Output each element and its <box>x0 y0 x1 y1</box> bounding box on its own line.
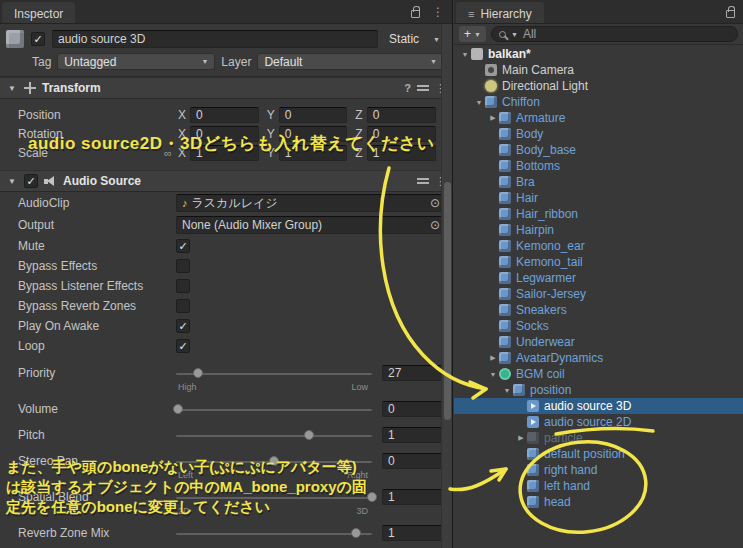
hierarchy-item-body[interactable]: Body <box>454 126 743 142</box>
hierarchy-item-body-base[interactable]: Body_base <box>454 142 743 158</box>
transform-header[interactable]: ▼ Transform ? ⋮ <box>0 77 452 99</box>
slider-value-priority[interactable]: 27 <box>382 365 444 381</box>
static-dropdown[interactable]: Static ▼ <box>385 32 444 46</box>
inspector-scrollbar[interactable] <box>441 24 452 548</box>
slider-thumb[interactable] <box>269 456 279 466</box>
checkbox-bypass-reverb-zones[interactable] <box>176 299 190 313</box>
hierarchy-item-right-hand[interactable]: right hand <box>454 462 743 478</box>
transform-position-z-field[interactable]: 0 <box>367 107 436 123</box>
layer-dropdown[interactable]: Default ▼ <box>257 53 444 70</box>
hierarchy-item-armature[interactable]: ▶Armature <box>454 110 743 126</box>
hierarchy-item-chiffon[interactable]: ▼Chiffon <box>454 94 743 110</box>
hierarchy-item-main-camera[interactable]: Main Camera <box>454 62 743 78</box>
scrollbar-thumb[interactable] <box>444 182 451 420</box>
hierarchy-item-balkan[interactable]: ▼balkan* <box>454 46 743 62</box>
slider-priority[interactable] <box>176 365 372 381</box>
hierarchy-item-hair[interactable]: Hair <box>454 190 743 206</box>
kebab-menu-icon[interactable]: ⋮ <box>432 6 444 18</box>
hierarchy-item-bottoms[interactable]: Bottoms <box>454 158 743 174</box>
slider-thumb[interactable] <box>367 492 377 502</box>
lock-icon[interactable] <box>726 10 735 18</box>
hierarchy-item-bgm-coil[interactable]: ▼BGM coil <box>454 366 743 382</box>
slider-spatial-blend[interactable] <box>176 489 372 505</box>
slider-thumb[interactable] <box>304 430 314 440</box>
hierarchy-item-audio-source-2d[interactable]: audio source 2D <box>454 414 743 430</box>
presets-icon[interactable] <box>417 176 429 186</box>
transform-scale-x-field[interactable]: 1 <box>190 145 259 161</box>
hierarchy-item-kemono-ear[interactable]: Kemono_ear <box>454 238 743 254</box>
slider-thumb[interactable] <box>173 404 183 414</box>
hierarchy-item-hair-ribbon[interactable]: Hair_ribbon <box>454 206 743 222</box>
hierarchy-item-left-hand[interactable]: left hand <box>454 478 743 494</box>
transform-scale-z-field[interactable]: 1 <box>367 145 436 161</box>
hierarchy-item-head[interactable]: head <box>454 494 743 510</box>
add-object-button[interactable]: + ▼ <box>459 26 486 42</box>
slider-value-reverb-zone-mix[interactable]: 1 <box>382 525 444 541</box>
hierarchy-item-audio-source-3d[interactable]: audio source 3D <box>454 398 743 414</box>
hierarchy-item-directional-light[interactable]: Directional Light <box>454 78 743 94</box>
transform-rotation-z-field[interactable]: 0 <box>367 126 436 142</box>
link-icon[interactable]: ∞ <box>164 147 178 159</box>
slider-reverb-zone-mix[interactable] <box>176 525 372 541</box>
object-picker-icon[interactable]: ⊙ <box>430 196 440 210</box>
slider-stereo-pan[interactable] <box>176 453 372 469</box>
audio-source-header[interactable]: ▼ ✓ Audio Source ⋮ <box>0 170 452 192</box>
checkbox-loop[interactable]: ✓ <box>176 339 190 353</box>
hierarchy-item-legwarmer[interactable]: Legwarmer <box>454 270 743 286</box>
checkbox-mute[interactable]: ✓ <box>176 239 190 253</box>
object-picker-icon[interactable]: ⊙ <box>430 218 440 232</box>
foldout-open-icon[interactable]: ▼ <box>6 177 18 186</box>
transform-scale-y-field[interactable]: 1 <box>279 145 348 161</box>
name-field[interactable]: audio source 3D <box>52 30 378 48</box>
hierarchy-item-kemono-tail[interactable]: Kemono_tail <box>454 254 743 270</box>
audioclip-field[interactable]: ♪ ラスカルレイジ ⊙ <box>176 194 444 212</box>
transform-position-y-field[interactable]: 0 <box>279 107 348 123</box>
slider-value-spatial-blend[interactable]: 1 <box>382 489 444 505</box>
slider-thumb[interactable] <box>351 528 361 538</box>
foldout-closed-icon[interactable]: ▶ <box>487 114 499 122</box>
slider-volume[interactable] <box>176 401 372 417</box>
lock-icon[interactable] <box>411 10 420 18</box>
presets-icon[interactable] <box>417 83 429 93</box>
output-field[interactable]: None (Audio Mixer Group) ⊙ <box>176 216 444 234</box>
transform-rotation-y-field[interactable]: 0 <box>279 126 348 142</box>
hierarchy-item-hairpin[interactable]: Hairpin <box>454 222 743 238</box>
toggle-row-bypass-effects: Bypass Effects <box>0 256 452 276</box>
transform-position-x-field[interactable]: 0 <box>190 107 259 123</box>
checkbox-bypass-effects[interactable] <box>176 259 190 273</box>
hierarchy-item-bra[interactable]: Bra <box>454 174 743 190</box>
foldout-closed-icon[interactable]: ▶ <box>487 354 499 362</box>
slider-value-pitch[interactable]: 1 <box>382 427 444 443</box>
hierarchy-item-label: Hairpin <box>516 223 554 237</box>
foldout-open-icon[interactable]: ▼ <box>473 99 485 106</box>
foldout-open-icon[interactable]: ▼ <box>487 371 499 378</box>
tag-dropdown[interactable]: Untagged ▼ <box>57 53 215 70</box>
hierarchy-item-particle[interactable]: ▶particle <box>454 430 743 446</box>
hierarchy-item-sneakers[interactable]: Sneakers <box>454 302 743 318</box>
slider-value-stereo-pan[interactable]: 0 <box>382 453 444 469</box>
foldout-closed-icon[interactable]: ▶ <box>515 434 527 442</box>
foldout-open-icon[interactable]: ▼ <box>459 51 471 58</box>
hierarchy-item-socks[interactable]: Socks <box>454 318 743 334</box>
tab-hierarchy[interactable]: ≡ Hierarchy <box>456 2 544 23</box>
hierarchy-item-position[interactable]: ▼position <box>454 382 743 398</box>
transform-rotation-x-field[interactable]: 0 <box>190 126 259 142</box>
checkbox-bypass-listener-effects[interactable] <box>176 279 190 293</box>
slider-thumb[interactable] <box>193 368 203 378</box>
active-checkbox[interactable]: ✓ <box>31 32 45 46</box>
slider-value-volume[interactable]: 0 <box>382 401 444 417</box>
hierarchy-item-default-position[interactable]: default position <box>454 446 743 462</box>
audioclip-label: AudioClip <box>18 196 176 210</box>
tab-inspector[interactable]: Inspector <box>2 2 75 23</box>
hierarchy-item-avatardynamics[interactable]: ▶AvatarDynamics <box>454 350 743 366</box>
coil-icon <box>499 368 511 380</box>
help-icon[interactable]: ? <box>404 82 411 94</box>
component-enabled-checkbox[interactable]: ✓ <box>24 174 38 188</box>
slider-pitch[interactable] <box>176 427 372 443</box>
hierarchy-search[interactable]: ▼ All <box>491 26 738 42</box>
hierarchy-item-underwear[interactable]: Underwear <box>454 334 743 350</box>
foldout-open-icon[interactable]: ▼ <box>501 387 513 394</box>
hierarchy-item-sailor-jersey[interactable]: Sailor-Jersey <box>454 286 743 302</box>
foldout-open-icon[interactable]: ▼ <box>6 84 18 93</box>
checkbox-play-on-awake[interactable]: ✓ <box>176 319 190 333</box>
